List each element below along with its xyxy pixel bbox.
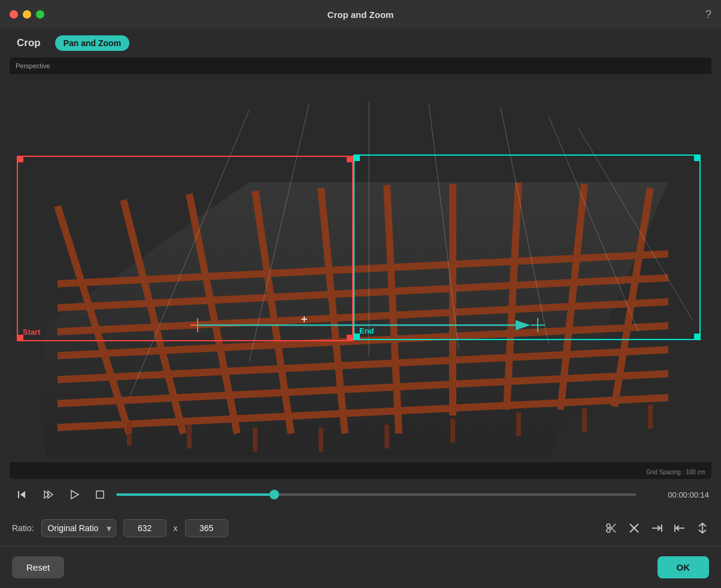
reset-button[interactable]: Reset — [12, 556, 64, 578]
window-controls — [10, 10, 44, 19]
width-input[interactable]: 632 — [123, 519, 166, 537]
svg-marker-43 — [20, 491, 25, 498]
tab-pan-zoom[interactable]: Pan and Zoom — [55, 35, 129, 51]
title-bar: Crop and Zoom ? — [0, 0, 721, 29]
step-back-button[interactable] — [12, 486, 31, 503]
clear-button[interactable] — [628, 522, 641, 535]
close-button[interactable] — [10, 10, 18, 19]
ok-button[interactable]: OK — [658, 556, 710, 578]
help-icon[interactable]: ? — [705, 8, 711, 21]
tab-crop[interactable]: Crop — [12, 35, 46, 51]
timeline-slider[interactable] — [116, 493, 636, 496]
ratio-select-wrapper: Original Ratio 16:9 4:3 1:1 Custom — [41, 519, 116, 537]
minimize-button[interactable] — [23, 10, 31, 19]
window-title: Crop and Zoom — [328, 10, 394, 20]
maximize-button[interactable] — [36, 10, 44, 19]
x-separator: x — [174, 523, 178, 533]
controls-bar: 00:00:00:14 — [0, 479, 721, 510]
scissors-button[interactable] — [605, 522, 618, 535]
flip-button[interactable] — [696, 522, 709, 535]
toolbar: Crop Pan and Zoom — [0, 29, 721, 57]
svg-line-52 — [610, 524, 616, 530]
perspective-label: Perspective — [16, 62, 50, 69]
snap-right-button[interactable] — [650, 522, 664, 535]
scene-svg — [10, 57, 711, 479]
action-icons — [605, 522, 709, 535]
ratio-select[interactable]: Original Ratio 16:9 4:3 1:1 Custom — [41, 519, 116, 537]
svg-rect-44 — [18, 491, 19, 498]
play-button[interactable] — [65, 486, 84, 503]
ratio-label: Ratio: — [12, 523, 34, 533]
bottom-bar: Ratio: Original Ratio 16:9 4:3 1:1 Custo… — [0, 510, 721, 546]
canvas-area: Perspective Start End Grid S — [10, 57, 711, 479]
footer-bar: Reset OK — [0, 546, 721, 588]
height-input[interactable]: 365 — [185, 519, 228, 537]
time-display: 00:00:00:14 — [643, 490, 709, 499]
svg-rect-48 — [96, 491, 104, 498]
stop-button[interactable] — [91, 487, 109, 502]
svg-marker-45 — [44, 491, 49, 498]
grid-spacing-label: Grid Spacing : 100 cm — [646, 469, 705, 475]
svg-line-51 — [610, 527, 616, 533]
frame-step-button[interactable] — [38, 486, 57, 503]
svg-marker-47 — [71, 490, 78, 499]
snap-left-button[interactable] — [673, 522, 686, 535]
